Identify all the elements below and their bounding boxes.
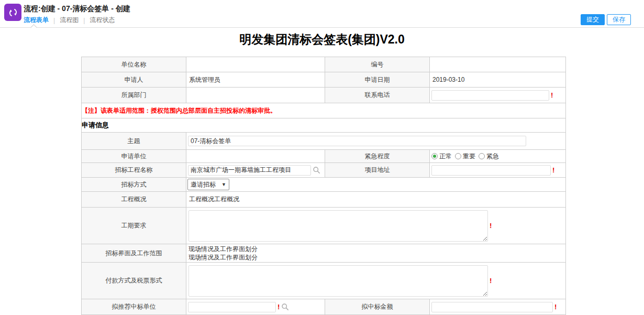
radio-icon [455, 153, 461, 159]
required-marker: ! [490, 222, 492, 229]
form-title: 明发集团清标会签表(集团)V2.0 [0, 31, 644, 48]
field-label-apply-unit: 申请单位 [82, 150, 186, 163]
field-label-project-name: 招标工程名称 [82, 163, 186, 178]
field-label-doc-number: 编号 [325, 57, 430, 72]
form-note: 【注】该表单适用范围：授权范围内总部层面自主招投标的清标审批。 [82, 103, 566, 118]
urgency-option-important[interactable]: 重要 [455, 152, 475, 161]
field-label-payment-tax-form: 付款方式及税票形式 [82, 263, 186, 299]
tab-bar: 流程表单 | 流程图 | 流程状态 [24, 16, 115, 25]
payment-tax-form-textarea[interactable] [188, 265, 488, 297]
tab-separator: | [83, 17, 85, 24]
project-name-input[interactable] [188, 165, 311, 176]
required-marker: ! [552, 167, 554, 173]
field-label-urgency: 紧急程度 [325, 150, 430, 163]
field-value-apply-unit [186, 150, 325, 163]
subject-input[interactable] [188, 136, 526, 146]
field-label-applicant: 申请人 [82, 72, 186, 88]
active-tab-notch [30, 24, 37, 31]
contact-phone-input[interactable] [431, 90, 549, 101]
search-icon[interactable] [281, 303, 289, 311]
required-marker: ! [554, 303, 557, 310]
search-icon[interactable] [313, 166, 320, 174]
tab-process-form[interactable]: 流程表单 [24, 16, 49, 25]
required-marker: ! [277, 303, 280, 310]
field-label-project-overview: 工程概况 [82, 192, 186, 208]
urgency-radio-group: 正常 重要 紧急 [430, 152, 565, 161]
field-label-subject: 主题 [82, 133, 186, 150]
field-label-contact-phone: 联系电话 [325, 88, 430, 103]
form-table: 单位名称 编号 申请人 系统管理员 申请日期 2019-03-10 所属部门 联… [81, 57, 566, 315]
chevron-down-icon: ▼ [221, 182, 226, 187]
radio-label: 重要 [463, 152, 475, 161]
duration-requirement-textarea[interactable] [188, 210, 488, 242]
field-label-unit-name: 单位名称 [82, 57, 186, 72]
field-label-duration-requirement: 工期要求 [82, 208, 186, 244]
urgency-option-normal[interactable]: 正常 [431, 152, 452, 161]
field-value-unit-name [186, 57, 325, 72]
tab-separator: | [53, 17, 55, 24]
radio-selected-icon [431, 153, 438, 159]
field-value-department [186, 88, 325, 103]
page-title: 流程:创建 - 07-清标会签单 - 创建 [24, 4, 130, 14]
tab-process-status[interactable]: 流程状态 [90, 16, 115, 25]
required-marker: ! [490, 277, 492, 284]
field-label-bid-method: 招标方式 [82, 178, 186, 192]
urgency-option-urgent[interactable]: 紧急 [479, 152, 499, 161]
field-value-bid-interface-scope: 现场情况及工作界面划分 现场情况及工作界面划分 [186, 244, 565, 262]
radio-label: 紧急 [486, 152, 499, 161]
field-label-department: 所属部门 [82, 88, 186, 103]
radio-icon [479, 153, 485, 159]
field-value-doc-number [430, 57, 566, 72]
project-address-input[interactable] [431, 165, 551, 176]
workflow-sync-icon [4, 4, 21, 21]
field-value-applicant: 系统管理员 [186, 72, 325, 88]
bid-method-select[interactable]: 邀请招标 ▼ [187, 179, 229, 190]
bid-method-selected-value: 邀请招标 [191, 180, 216, 189]
field-value-project-overview: 工程概况工程概况 [186, 192, 566, 208]
save-button[interactable]: 保存 [607, 14, 631, 25]
field-label-project-address: 项目地址 [325, 163, 430, 178]
submit-button[interactable]: 提交 [581, 14, 605, 25]
field-label-recommended-winner: 拟推荐中标单位 [82, 299, 186, 315]
recommended-winner-input[interactable] [188, 302, 276, 312]
field-value-apply-date: 2019-03-10 [430, 72, 566, 88]
field-label-estimated-amount: 拟中标金额 [325, 299, 430, 315]
header-bar: 流程:创建 - 07-清标会签单 - 创建 流程表单 | 流程图 | 流程状态 … [0, 0, 644, 28]
field-label-bid-interface-scope: 招标界面及工作范围 [82, 244, 186, 263]
required-marker: ! [551, 92, 553, 99]
tab-process-diagram[interactable]: 流程图 [60, 16, 79, 25]
field-label-apply-date: 申请日期 [325, 72, 430, 88]
estimated-amount-input[interactable] [431, 302, 553, 312]
header-actions: 提交 保存 [581, 14, 631, 25]
section-title-apply-info: 申请信息 [82, 118, 566, 133]
radio-label: 正常 [439, 152, 452, 161]
